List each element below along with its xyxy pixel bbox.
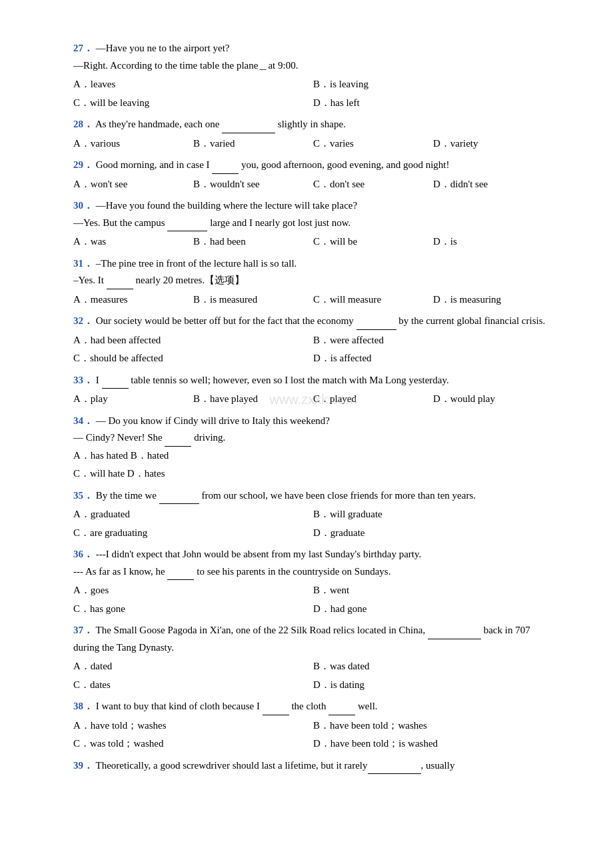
q27-opt-c: C．will be leaving xyxy=(73,94,313,113)
q32-opt-b: B．were affected xyxy=(313,331,553,350)
q27-text2: —Right. According to the time table the … xyxy=(73,60,298,71)
q35-number: 35． xyxy=(73,490,93,501)
question-28: 28． As they're handmade, each one slight… xyxy=(73,116,553,153)
q34-line2: — Cindy? Never! She driving. xyxy=(73,429,553,447)
q32-text1: Our society would be better off but for … xyxy=(96,315,546,326)
q27-line2: —Right. According to the time table the … xyxy=(73,57,553,75)
q35-text1: By the time we from our school, we have … xyxy=(96,490,476,501)
q34-options: A．has hated B．hated C．will hate D．hates xyxy=(73,447,553,483)
q30-opt-a: A．was xyxy=(73,233,193,251)
question-32: 32． Our society would be better off but … xyxy=(73,313,553,368)
question-39: 39． Theoretically, a good screwdriver sh… xyxy=(73,757,553,775)
q38-number: 38． xyxy=(73,701,93,711)
q31-text2: –Yes. It nearly 20 metres.【选项】 xyxy=(73,275,245,285)
q31-text1: –The pine tree in front of the lecture h… xyxy=(96,258,297,269)
q39-line1: 39． Theoretically, a good screwdriver sh… xyxy=(73,757,553,775)
q36-text1: ---I didn't expect that John would be ab… xyxy=(96,549,422,559)
q28-opt-a: A．various xyxy=(73,135,193,153)
q36-opt-d: D．had gone xyxy=(313,600,553,619)
q33-opt-b: B．have played xyxy=(193,390,313,409)
q36-number: 36． xyxy=(73,549,93,559)
q36-opt-c: C．has gone xyxy=(73,600,313,619)
exam-content: 27． —Have you ne to the airport yet? —Ri… xyxy=(73,40,553,774)
q34-opt-ab: A．has hated B．hated xyxy=(73,447,553,465)
question-38: 38． I want to buy that kind of cloth bec… xyxy=(73,698,553,753)
q35-options: A．graduated B．will graduate C．are gradua… xyxy=(73,505,553,542)
q31-line1: 31． –The pine tree in front of the lectu… xyxy=(73,255,553,273)
q31-number: 31． xyxy=(73,258,93,269)
q37-opt-a: A．dated xyxy=(73,657,313,676)
question-29: 29． Good morning, and in case I you, goo… xyxy=(73,157,553,193)
q27-line1: 27． —Have you ne to the airport yet? xyxy=(73,40,553,57)
q35-opt-b: B．will graduate xyxy=(313,505,553,524)
q33-options: A．play B．have played C．played D．would pl… xyxy=(73,390,553,409)
q29-line1: 29． Good morning, and in case I you, goo… xyxy=(73,157,553,174)
q33-opt-c: C．played xyxy=(313,390,433,409)
q38-options: A．have told；washes B．have been told；wash… xyxy=(73,717,553,753)
q37-options: A．dated B．was dated C．dates D．is dating xyxy=(73,657,553,694)
q27-opt-b: B．is leaving xyxy=(313,75,553,94)
q37-opt-d: D．is dating xyxy=(313,676,553,695)
q30-number: 30． xyxy=(73,200,93,211)
q36-line1: 36． ---I didn't expect that John would b… xyxy=(73,546,553,563)
q29-text1: Good morning, and in case I you, good af… xyxy=(96,159,450,170)
q34-text2: — Cindy? Never! She driving. xyxy=(73,432,225,443)
q34-text1: — Do you know if Cindy will drive to Ita… xyxy=(96,415,330,426)
q33-opt-d: D．would play xyxy=(433,390,553,409)
q38-opt-b: B．have been told；washes xyxy=(313,717,553,735)
q35-line1: 35． By the time we from our school, we h… xyxy=(73,487,553,505)
q30-text2: —Yes. But the campus large and I nearly … xyxy=(73,217,350,228)
q30-opt-d: D．is xyxy=(433,233,553,251)
q28-opt-d: D．variety xyxy=(433,135,553,153)
q34-opt-cd: C．will hate D．hates xyxy=(73,465,553,483)
q33-text1: I table tennis so well; however, even so… xyxy=(96,375,449,385)
q27-text1: —Have you ne to the airport yet? xyxy=(96,43,230,53)
q29-opt-d: D．didn't see xyxy=(433,175,553,194)
q31-opt-c: C．will measure xyxy=(313,291,433,309)
q36-text2: --- As far as I know, he to see his pare… xyxy=(73,566,390,577)
q30-line1: 30． —Have you found the building where t… xyxy=(73,197,553,215)
q28-opt-b: B．varied xyxy=(193,135,313,153)
q32-line1: 32． Our society would be better off but … xyxy=(73,313,553,330)
q32-number: 32． xyxy=(73,315,93,326)
q29-options: A．won't see B．wouldn't see C．don't see D… xyxy=(73,175,553,194)
q32-options: A．had been affected B．were affected C．sh… xyxy=(73,331,553,368)
q27-number: 27． xyxy=(73,43,93,53)
q31-opt-b: B．is measured xyxy=(193,291,313,309)
q31-opt-a: A．measures xyxy=(73,291,193,309)
q33-number: 33． xyxy=(73,375,93,385)
q29-number: 29． xyxy=(73,159,93,170)
q39-text1: Theoretically, a good screwdriver should… xyxy=(95,760,454,771)
q33-line1: 33． I table tennis so well; however, eve… xyxy=(73,372,553,389)
question-31: 31． –The pine tree in front of the lectu… xyxy=(73,255,553,309)
q36-options: A．goes B．went C．has gone D．had gone xyxy=(73,581,553,618)
q31-opt-d: D．is measuring xyxy=(433,291,553,309)
q36-opt-b: B．went xyxy=(313,581,553,600)
q39-number: 39． xyxy=(73,760,93,771)
q32-opt-c: C．should be affected xyxy=(73,349,313,368)
q29-opt-c: C．don't see xyxy=(313,175,433,194)
q35-opt-c: C．are graduating xyxy=(73,524,313,543)
question-34: 34． — Do you know if Cindy will drive to… xyxy=(73,413,553,483)
q27-opt-d: D．has left xyxy=(313,94,553,113)
question-36: 36． ---I didn't expect that John would b… xyxy=(73,546,553,618)
q31-options: A．measures B．is measured C．will measure … xyxy=(73,291,553,309)
q36-line2: --- As far as I know, he to see his pare… xyxy=(73,563,553,581)
q30-options: A．was B．had been C．will be D．is xyxy=(73,233,553,251)
q27-opt-a: A．leaves xyxy=(73,75,313,94)
q32-opt-d: D．is affected xyxy=(313,349,553,368)
q37-line1: 37． The Small Goose Pagoda in Xi'an, one… xyxy=(73,622,553,656)
q35-opt-a: A．graduated xyxy=(73,505,313,524)
q34-line1: 34． — Do you know if Cindy will drive to… xyxy=(73,413,553,430)
q36-opt-a: A．goes xyxy=(73,581,313,600)
q30-text1: —Have you found the building where the l… xyxy=(96,200,357,211)
q38-line1: 38． I want to buy that kind of cloth bec… xyxy=(73,698,553,715)
q30-opt-c: C．will be xyxy=(313,233,433,251)
question-27: 27． —Have you ne to the airport yet? —Ri… xyxy=(73,40,553,112)
q30-line2: —Yes. But the campus large and I nearly … xyxy=(73,215,553,232)
q28-opt-c: C．varies xyxy=(313,135,433,153)
q38-text1: I want to buy that kind of cloth because… xyxy=(96,701,378,711)
question-33: 33． I table tennis so well; however, eve… xyxy=(73,372,553,409)
q37-opt-c: C．dates xyxy=(73,676,313,695)
q38-opt-a: A．have told；washes xyxy=(73,717,313,735)
